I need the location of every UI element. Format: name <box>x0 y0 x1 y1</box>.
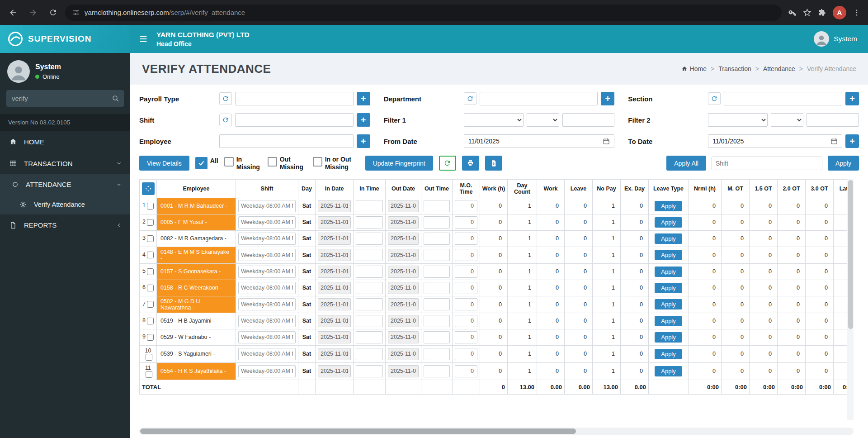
to-date-add-button[interactable]: + <box>845 134 859 148</box>
row-checkbox[interactable] <box>147 318 154 324</box>
out-date-input[interactable] <box>388 216 419 229</box>
in-date-input[interactable] <box>318 365 351 377</box>
leave-apply-button[interactable]: Apply <box>655 250 682 260</box>
leave-apply-button[interactable]: Apply <box>655 201 682 211</box>
out-time-input[interactable] <box>424 216 450 229</box>
out-time-input[interactable] <box>424 298 450 310</box>
expand-selection-button[interactable] <box>142 182 155 195</box>
in-date-input[interactable] <box>318 233 351 245</box>
in-date-input[interactable] <box>318 298 351 310</box>
out-time-input[interactable] <box>424 200 450 212</box>
password-key-icon[interactable] <box>788 8 797 17</box>
out-date-input[interactable] <box>388 298 419 310</box>
filter1-operator-select[interactable] <box>527 113 559 127</box>
sidebar-item-home[interactable]: HOME <box>0 131 130 152</box>
out-date-input[interactable] <box>388 348 419 360</box>
from-date-input[interactable]: 11/01/2025 <box>464 134 615 148</box>
leave-apply-button[interactable]: Apply <box>655 267 682 277</box>
row-checkbox[interactable] <box>147 268 154 275</box>
mo-time-input[interactable] <box>455 233 477 245</box>
sidebar-search-input[interactable] <box>6 90 107 107</box>
shift-input[interactable] <box>238 365 296 377</box>
refresh-table-button[interactable] <box>439 156 456 171</box>
in-date-input[interactable] <box>318 216 351 229</box>
in-date-input[interactable] <box>318 266 351 278</box>
employee-input[interactable] <box>219 134 354 148</box>
view-details-button[interactable]: View Details <box>139 156 189 171</box>
in-time-input[interactable] <box>356 298 383 310</box>
row-checkbox[interactable] <box>146 371 152 378</box>
sidebar-item-verify-attendance[interactable]: Verify Attendance <box>0 195 130 214</box>
in-time-input[interactable] <box>356 331 383 343</box>
out-missing-checkbox[interactable] <box>268 157 277 167</box>
in-time-input[interactable] <box>356 365 383 377</box>
section-add-button[interactable]: + <box>845 92 859 105</box>
breadcrumb-transaction[interactable]: Transaction <box>718 65 751 72</box>
leave-apply-button[interactable]: Apply <box>655 332 682 343</box>
to-date-input[interactable]: 11/01/2025 <box>708 134 842 148</box>
browser-back-button[interactable] <box>5 5 21 20</box>
topbar-user-menu[interactable]: System <box>814 31 868 47</box>
extensions-puzzle-icon[interactable] <box>818 8 826 17</box>
row-checkbox[interactable] <box>147 285 154 291</box>
sidebar-item-attendance[interactable]: ATTENDANCE <box>0 174 130 195</box>
print-button[interactable] <box>462 156 479 171</box>
shift-input[interactable] <box>238 348 296 360</box>
export-button[interactable] <box>485 156 502 171</box>
in-time-input[interactable] <box>356 315 383 327</box>
shift-input[interactable] <box>238 233 296 245</box>
in-time-input[interactable] <box>356 216 383 229</box>
apply-shift-input[interactable] <box>712 157 822 170</box>
out-date-input[interactable] <box>388 331 419 343</box>
address-bar[interactable]: yarnclothing.onlineserp.com/serp/#/verif… <box>65 5 782 21</box>
shift-input[interactable] <box>238 282 296 294</box>
mo-time-input[interactable] <box>455 282 477 294</box>
out-date-input[interactable] <box>388 249 419 261</box>
out-date-input[interactable] <box>388 233 419 245</box>
out-time-input[interactable] <box>424 282 450 294</box>
horizontal-scrollbar[interactable] <box>139 428 854 435</box>
row-checkbox[interactable] <box>147 219 154 226</box>
mo-time-input[interactable] <box>455 216 477 229</box>
calendar-icon[interactable] <box>603 138 610 145</box>
in-date-input[interactable] <box>318 348 351 360</box>
all-checkbox[interactable] <box>195 157 208 169</box>
mo-time-input[interactable] <box>455 315 477 327</box>
leave-apply-button[interactable]: Apply <box>655 283 682 293</box>
sidebar-search-button[interactable] <box>107 90 124 107</box>
filter1-value-input[interactable] <box>562 113 615 127</box>
shift-input[interactable] <box>238 200 296 212</box>
browser-forward-button[interactable] <box>25 5 41 20</box>
out-time-input[interactable] <box>424 266 450 278</box>
apply-all-button[interactable]: Apply All <box>666 156 706 171</box>
mo-time-input[interactable] <box>455 200 477 212</box>
in-date-input[interactable] <box>318 200 351 212</box>
shift-input[interactable] <box>238 216 296 229</box>
leave-apply-button[interactable]: Apply <box>655 366 682 376</box>
shift-input[interactable] <box>238 298 296 310</box>
row-checkbox[interactable] <box>147 203 154 209</box>
out-date-input[interactable] <box>388 282 419 294</box>
in-date-input[interactable] <box>318 331 351 343</box>
in-missing-checkbox[interactable] <box>224 157 234 167</box>
browser-menu-icon[interactable] <box>853 9 861 17</box>
out-time-input[interactable] <box>424 365 450 377</box>
browser-profile-avatar[interactable]: A <box>833 6 846 19</box>
out-date-input[interactable] <box>388 315 419 327</box>
sidebar-item-reports[interactable]: REPORTS <box>0 214 130 236</box>
out-time-input[interactable] <box>424 331 450 343</box>
row-checkbox[interactable] <box>146 354 152 361</box>
department-refresh-button[interactable] <box>464 92 476 105</box>
mo-time-input[interactable] <box>455 249 477 261</box>
payroll-type-refresh-button[interactable] <box>219 92 232 105</box>
in-time-input[interactable] <box>356 266 383 278</box>
in-time-input[interactable] <box>356 348 383 360</box>
shift-input[interactable] <box>238 249 296 261</box>
leave-apply-button[interactable]: Apply <box>655 233 682 244</box>
section-refresh-button[interactable] <box>708 92 721 105</box>
out-date-input[interactable] <box>388 266 419 278</box>
browser-reload-button[interactable] <box>45 5 61 20</box>
filter2-value-input[interactable] <box>807 113 859 127</box>
in-time-input[interactable] <box>356 249 383 261</box>
department-input[interactable] <box>480 92 598 105</box>
